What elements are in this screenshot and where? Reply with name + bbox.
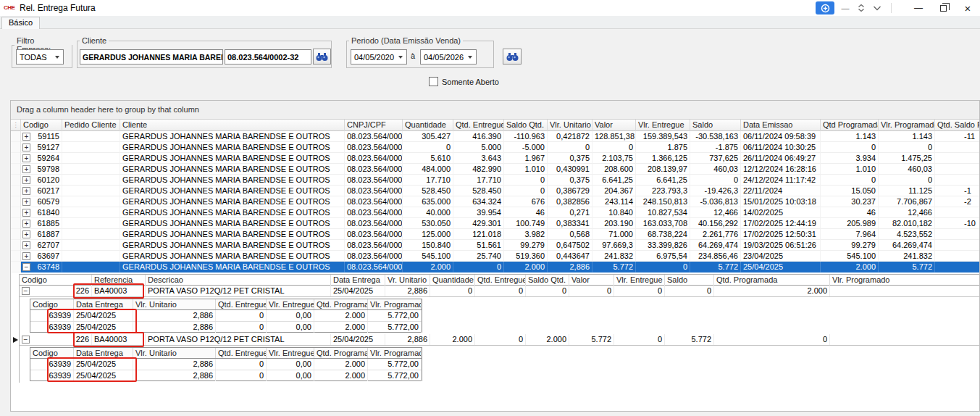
ribbon-minimize-button[interactable]: — — [837, 1, 853, 14]
collapse-icon[interactable]: − — [22, 263, 30, 271]
column-header[interactable]: Referencia — [92, 275, 146, 286]
column-header[interactable]: Qtd. Entregue — [453, 120, 504, 131]
column-header[interactable]: Vlr. Programado — [368, 299, 422, 309]
column-header[interactable]: Data Entrega — [331, 275, 385, 286]
column-header[interactable]: Quantidade — [403, 120, 453, 131]
cell: 5.772 — [879, 262, 935, 273]
sub-row[interactable]: 6393925/04/20252,88600,002.0005.772,00 — [30, 359, 422, 370]
minimize-button[interactable]: — — [906, 0, 931, 16]
column-header[interactable]: Vlr. Unitario — [133, 299, 216, 309]
cell: 0,271 — [548, 207, 592, 218]
table-row[interactable]: +63697GERARDUS JOHANNES MARIA BARENDSE E… — [11, 251, 980, 262]
column-header[interactable]: Qtd. Entregue — [475, 275, 526, 286]
table-row[interactable]: +60217GERARDUS JOHANNES MARIA BARENDSE E… — [11, 186, 980, 196]
column-header[interactable]: Vlr. Programado — [368, 348, 422, 358]
column-header[interactable]: Valor — [592, 120, 636, 131]
ribbon-collapse-button[interactable] — [853, 1, 869, 14]
detail-row[interactable]: −226BA40003PORTA VASO P12Q/12 PET CRISTA… — [20, 334, 980, 346]
column-header[interactable]: Qtd. Entregue — [216, 299, 267, 309]
column-header[interactable]: Qtd Programada — [821, 120, 879, 131]
column-header[interactable]: Vlr. Entregue — [267, 299, 314, 309]
sub-row[interactable]: 6393925/04/20252,88600,002.0005.772,00 — [30, 310, 422, 321]
table-row[interactable]: +61887GERARDUS JOHANNES MARIA BARENDSE E… — [11, 229, 980, 240]
cliente-name-input[interactable]: GERARDUS JOHANNES MARIA BARENDSE — [80, 49, 223, 65]
table-row[interactable]: +59127GERARDUS JOHANNES MARIA BARENDSE E… — [11, 142, 980, 153]
column-header[interactable]: Codigo — [21, 120, 62, 131]
column-header[interactable]: Data Entrega — [74, 299, 133, 309]
ribbon-dropdown-button[interactable] — [869, 1, 885, 14]
close-button[interactable]: × — [955, 0, 980, 16]
periodo-to-select[interactable]: 04/05/2026 — [420, 49, 477, 65]
table-row[interactable]: +60120GERARDUS JOHANNES MARIA BARENDSE E… — [11, 175, 980, 186]
table-row[interactable]: +59798GERARDUS JOHANNES MARIA BARENDSE E… — [11, 164, 980, 175]
cell: GERARDUS JOHANNES MARIA BARENDSE E OUTRO… — [120, 153, 345, 164]
sub-row[interactable]: 6393925/04/20252,88600,002.0005.772,00 — [30, 370, 422, 380]
collapse-icon[interactable]: − — [22, 287, 30, 295]
expand-icon[interactable]: + — [22, 133, 30, 141]
accent-badge-button[interactable] — [816, 1, 834, 14]
expand-icon[interactable]: + — [22, 230, 30, 238]
column-header[interactable]: Codigo — [30, 348, 74, 358]
cliente-cnpj-input[interactable]: 08.023.564/0002-32 — [225, 49, 311, 65]
cell: 0,382856 — [548, 196, 592, 207]
table-row[interactable]: +60579GERARDUS JOHANNES MARIA BARENDSE E… — [11, 196, 980, 207]
detail-row[interactable]: −226BA40003PORTA VASO P12Q/12 PET CRISTA… — [20, 286, 980, 297]
column-header[interactable]: Vr. Unitario — [385, 275, 430, 286]
expand-icon[interactable]: + — [22, 187, 30, 195]
column-header[interactable]: CNPJ/CPF — [345, 120, 403, 131]
restore-button[interactable] — [931, 0, 955, 16]
column-header[interactable]: Vlr. Entregue — [267, 348, 314, 358]
column-header[interactable]: Saldo Qtd. — [504, 120, 548, 131]
sub-row[interactable]: 6393925/04/20252,88600,002.0005.772,00 — [30, 321, 422, 332]
search-cliente-button[interactable] — [313, 49, 331, 65]
expand-icon[interactable]: + — [22, 176, 30, 184]
column-header[interactable]: Codigo — [30, 299, 74, 309]
cell: 0 — [216, 370, 267, 381]
expand-icon[interactable]: + — [22, 143, 30, 151]
column-header[interactable]: Pedido Cliente — [62, 120, 120, 131]
table-row[interactable]: −63748GERARDUS JOHANNES MARIA BARENDSE E… — [11, 262, 980, 273]
column-header[interactable]: Saldo — [665, 275, 714, 286]
column-header[interactable]: Vlr. Entregue — [636, 120, 690, 131]
column-header[interactable]: Saldo — [690, 120, 741, 131]
search-periodo-button[interactable] — [503, 49, 522, 65]
column-header[interactable]: Vlr. Entregue — [614, 275, 665, 286]
column-header[interactable]: Qtd. Entregue — [216, 348, 267, 358]
table-row[interactable]: +59115GERARDUS JOHANNES MARIA BARENDSE E… — [11, 131, 980, 142]
expand-icon[interactable]: + — [22, 241, 30, 249]
expand-icon[interactable]: + — [22, 252, 30, 260]
column-header[interactable]: Qtd. Programac — [314, 299, 368, 309]
periodo-from-select[interactable]: 04/05/2020 — [351, 49, 407, 65]
cell: -1 — [935, 186, 980, 196]
column-header[interactable]: Cliente — [120, 120, 345, 131]
column-header[interactable]: Vlr. Programado — [879, 120, 935, 131]
codigo-value: 59115 — [38, 131, 59, 141]
column-header[interactable]: Vlr. Unitario — [133, 348, 216, 358]
column-header[interactable]: Data Entrega — [74, 348, 133, 358]
expand-icon[interactable]: + — [22, 220, 30, 228]
column-header[interactable]: Codigo — [20, 275, 92, 286]
column-header[interactable]: Qtd. Saldo Program — [935, 120, 980, 131]
collapse-icon[interactable]: − — [22, 336, 30, 344]
table-row[interactable]: +61840GERARDUS JOHANNES MARIA BARENDSE E… — [11, 207, 980, 218]
column-header[interactable]: Saldo Qtd. — [526, 275, 569, 286]
empresa-select[interactable]: TODAS — [16, 49, 64, 65]
table-row[interactable]: +62707GERARDUS JOHANNES MARIA BARENDSE E… — [11, 240, 980, 251]
tab-basico[interactable]: Básico — [1, 17, 40, 29]
expand-icon[interactable]: + — [22, 154, 30, 162]
expand-icon[interactable]: + — [22, 209, 30, 217]
table-row[interactable]: +59264GERARDUS JOHANNES MARIA BARENDSE E… — [11, 153, 980, 164]
column-header[interactable]: Descricao — [146, 275, 331, 286]
somente-aberto-checkbox[interactable]: Somente Aberto — [429, 77, 499, 86]
column-header[interactable]: Data Emissao — [741, 120, 821, 131]
group-by-panel[interactable]: Drag a column header here to group by th… — [11, 101, 979, 120]
column-header[interactable]: Vlr. Programado — [830, 275, 980, 286]
column-header[interactable]: Qtd. Programac — [314, 348, 368, 358]
column-header[interactable]: Qtd. Programada — [714, 275, 830, 286]
column-header[interactable]: Vlr. Unitario — [548, 120, 592, 131]
table-row[interactable]: +61885GERARDUS JOHANNES MARIA BARENDSE E… — [11, 218, 980, 229]
expand-icon[interactable]: + — [22, 198, 30, 206]
column-header[interactable]: Valor — [569, 275, 614, 286]
expand-icon[interactable]: + — [22, 165, 30, 173]
column-header[interactable]: Quantidade — [430, 275, 475, 286]
